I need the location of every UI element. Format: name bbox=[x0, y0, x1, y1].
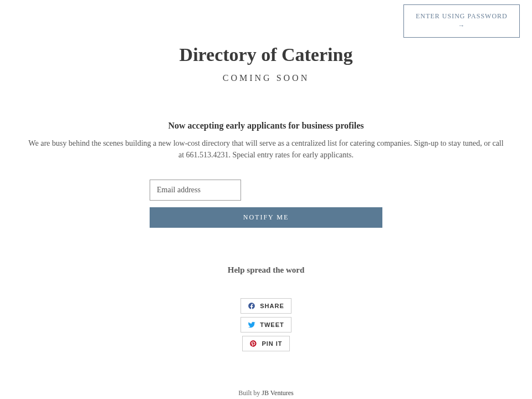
facebook-icon bbox=[248, 302, 255, 310]
share-label: SHARE bbox=[260, 303, 284, 309]
email-field[interactable] bbox=[150, 180, 241, 201]
tweet-label: TWEET bbox=[260, 321, 284, 328]
share-facebook-button[interactable]: SHARE bbox=[241, 298, 291, 314]
social-buttons-container: SHARE TWEET PIN IT bbox=[0, 298, 532, 351]
notify-button[interactable]: NOTIFY ME bbox=[150, 207, 382, 228]
pin-label: PIN IT bbox=[262, 340, 282, 347]
page-title: Directory of Catering bbox=[0, 44, 532, 65]
twitter-icon bbox=[248, 321, 255, 329]
enter-password-link[interactable]: ENTER USING PASSWORD → bbox=[403, 4, 520, 38]
description-text: We are busy behind the scenes building a… bbox=[0, 137, 532, 161]
footer-vendor-link[interactable]: JB Ventures bbox=[262, 389, 293, 397]
share-twitter-button[interactable]: TWEET bbox=[241, 317, 291, 332]
signup-form: NOTIFY ME bbox=[150, 180, 382, 228]
share-pinterest-button[interactable]: PIN IT bbox=[242, 336, 289, 351]
pinterest-icon bbox=[249, 340, 257, 347]
footer: Built by JB Ventures bbox=[0, 389, 532, 397]
coming-soon-label: COMING SOON bbox=[0, 73, 532, 83]
footer-built-by: Built by bbox=[238, 389, 262, 397]
spread-word-heading: Help spread the word bbox=[0, 265, 532, 275]
subtitle: Now accepting early applicants for busin… bbox=[0, 121, 532, 131]
